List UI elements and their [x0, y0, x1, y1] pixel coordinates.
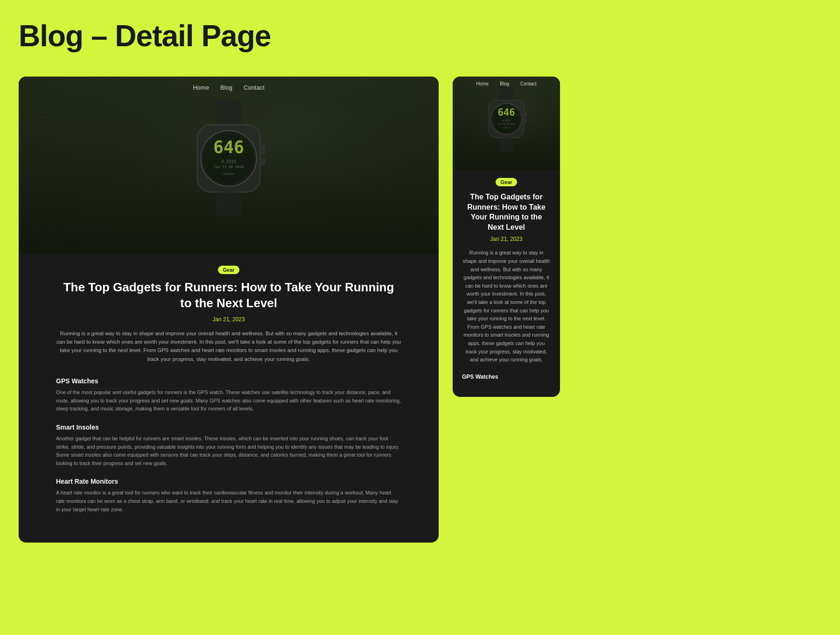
section-heart-heading: Heart Rate Monitors: [56, 478, 401, 485]
article-content-large: Gear The Top Gadgets for Runners: How to…: [19, 254, 439, 543]
svg-rect-21: [499, 138, 513, 152]
svg-text:646: 646: [498, 107, 515, 118]
nav-blog-large[interactable]: Blog: [220, 84, 232, 91]
article-intro-small: Running is a great way to stay in shape …: [462, 249, 551, 364]
svg-text:0.5515: 0.5515: [502, 120, 511, 122]
badge-row-large: Gear: [56, 265, 401, 274]
nav-bar-small: Home Blog Contact: [453, 81, 560, 86]
article-sections-small: GPS Watches: [462, 374, 551, 380]
nav-contact-small[interactable]: Contact: [520, 81, 536, 86]
article-sections-large: GPS Watches One of the most popular and …: [56, 377, 401, 514]
section-gps-heading: GPS Watches: [56, 377, 401, 385]
section-insoles-heading: Smart Insoles: [56, 423, 401, 431]
badge-row-small: Gear: [462, 177, 551, 186]
hero-image-small: Home Blog Contact 646 0.5515 Tue 22 AP 3…: [453, 77, 560, 170]
category-badge-large: Gear: [218, 266, 239, 274]
nav-home-small[interactable]: Home: [476, 81, 489, 86]
article-title-small: The Top Gadgets for Runners: How to Take…: [462, 192, 551, 232]
svg-rect-20: [524, 119, 527, 123]
svg-rect-8: [260, 145, 266, 154]
watch-illustration-small: 646 0.5515 Tue 22 AP 3456 GARMIN: [481, 86, 532, 154]
svg-text:GARMIN: GARMIN: [503, 127, 510, 129]
svg-text:GARMIN: GARMIN: [223, 172, 234, 176]
nav-bar-large: Home Blog Contact: [19, 84, 439, 91]
blog-detail-card-large: Home Blog Contact 646 0.5515: [19, 77, 439, 543]
section-gps-body: One of the most popular and useful gadge…: [56, 388, 401, 413]
section-gps-heading-small: GPS Watches: [462, 374, 551, 380]
category-badge-small: Gear: [496, 178, 517, 186]
blog-detail-card-small: Home Blog Contact 646 0.5515 Tue 22 AP 3…: [453, 77, 560, 397]
section-insoles-body: Another gadget that can be helpful for r…: [56, 435, 401, 467]
svg-rect-11: [499, 86, 513, 101]
page-title: Blog – Detail Page: [19, 19, 821, 53]
svg-rect-10: [216, 192, 241, 217]
article-intro-large: Running is a great way to stay in shape …: [56, 329, 401, 364]
article-title-large: The Top Gadgets for Runners: How to Take…: [56, 280, 401, 311]
previews-row: Home Blog Contact 646 0.5515: [19, 77, 821, 543]
watch-illustration-large: 646 0.5515 Tue 22 AP 3456 GARMIN: [182, 100, 275, 219]
article-date-large: Jan 21, 2023: [56, 316, 401, 323]
svg-rect-0: [216, 100, 241, 127]
nav-contact-large[interactable]: Contact: [244, 84, 265, 91]
article-date-small: Jan 21, 2023: [462, 236, 551, 242]
section-heart-body: A heart rate monitor is a great tool for…: [56, 489, 401, 514]
nav-blog-small[interactable]: Blog: [500, 81, 509, 86]
svg-text:0.5515: 0.5515: [221, 159, 236, 164]
svg-text:Tue 22  AP 3456: Tue 22 AP 3456: [214, 165, 244, 169]
hero-image-large: Home Blog Contact 646 0.5515: [19, 77, 439, 254]
svg-rect-9: [260, 158, 266, 165]
svg-text:Tue 22  AP 3456: Tue 22 AP 3456: [498, 123, 515, 125]
article-content-small: Gear The Top Gadgets for Runners: How to…: [453, 170, 560, 397]
svg-text:646: 646: [213, 137, 244, 157]
svg-rect-19: [524, 112, 527, 117]
nav-home-large[interactable]: Home: [193, 84, 209, 91]
